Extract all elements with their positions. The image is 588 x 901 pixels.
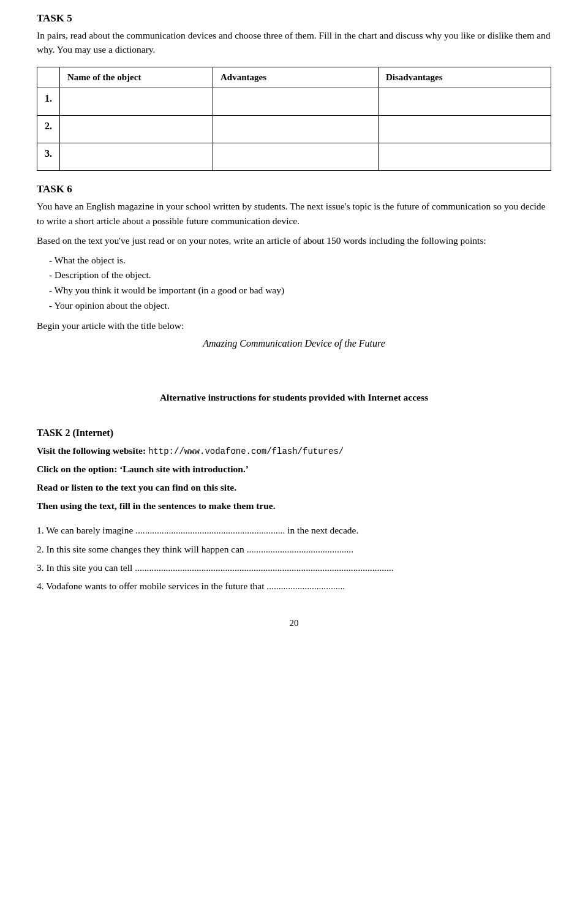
table-header-row: Name of the object Advantages Disadvanta…	[37, 67, 551, 88]
task6-para1: You have an English magazine in your sch…	[37, 199, 551, 228]
table-row: 3.	[37, 143, 551, 170]
sentence-3: 3. In this site you can tell ...........…	[37, 560, 551, 575]
list-item: Your opinion about the object.	[49, 298, 551, 314]
task2-visit-line: Visit the following website: http://www.…	[37, 443, 551, 459]
visit-label: Visit the following website:	[37, 445, 146, 456]
article-title: Amazing Communication Device of the Futu…	[37, 338, 551, 349]
list-item: Description of the object.	[49, 268, 551, 283]
read-label: Read or listen to the text you can find …	[37, 482, 236, 492]
task2-internet-section: TASK 2 (Internet) Visit the following we…	[37, 428, 551, 594]
page-number: 20	[37, 618, 551, 628]
spacer	[37, 368, 551, 380]
task2-url: http://www.vodafone.com/flash/futures/	[148, 447, 344, 456]
sentence-1: 1. We can barely imagine ...............…	[37, 523, 551, 538]
task6-bullet-list: What the object is. Description of the o…	[49, 253, 551, 314]
task6-heading: TASK 6	[37, 183, 551, 195]
task2-click-line: Click on the option: ‘Launch site with i…	[37, 462, 551, 477]
alt-instructions-heading: Alternative instructions for students pr…	[37, 392, 551, 403]
row1-name	[60, 88, 213, 115]
list-item: What the object is.	[49, 253, 551, 268]
spacer2	[37, 380, 551, 392]
table-header-name: Name of the object	[60, 67, 213, 88]
row2-name	[60, 115, 213, 143]
click-label: Click on the option: ‘Launch site with i…	[37, 464, 249, 474]
row3-advantages	[213, 143, 379, 170]
row-num-3: 3.	[37, 143, 60, 170]
article-title-label: Begin your article with the title below:	[37, 319, 551, 333]
task2-read-line: Read or listen to the text you can find …	[37, 480, 551, 495]
task5-heading: TASK 5	[37, 12, 551, 25]
table-header-disadvantages: Disadvantages	[379, 67, 551, 88]
task5-table: Name of the object Advantages Disadvanta…	[37, 67, 551, 171]
task6-para2: Based on the text you've just read or on…	[37, 233, 551, 248]
row-num-2: 2.	[37, 115, 60, 143]
row3-name	[60, 143, 213, 170]
table-header-empty	[37, 67, 60, 88]
spacer3	[37, 415, 551, 428]
task5-description: In pairs, read about the communication d…	[37, 28, 551, 57]
task6-section: TASK 6 You have an English magazine in y…	[37, 183, 551, 349]
row1-advantages	[213, 88, 379, 115]
then-label: Then using the text, fill in the sentenc…	[37, 500, 276, 511]
table-header-advantages: Advantages	[213, 67, 379, 88]
row2-advantages	[213, 115, 379, 143]
task2-internet-heading: TASK 2 (Internet)	[37, 428, 551, 439]
sentences-section: 1. We can barely imagine ...............…	[37, 523, 551, 593]
task5-section: TASK 5 In pairs, read about the communic…	[37, 12, 551, 171]
row-num-1: 1.	[37, 88, 60, 115]
list-item: Why you think it would be important (in …	[49, 283, 551, 298]
table-row: 2.	[37, 115, 551, 143]
task2-then-line: Then using the text, fill in the sentenc…	[37, 499, 551, 513]
row3-disadvantages	[379, 143, 551, 170]
table-row: 1.	[37, 88, 551, 115]
sentence-2: 2. In this site some changes they think …	[37, 542, 551, 557]
row1-disadvantages	[379, 88, 551, 115]
sentence-4: 4. Vodafone wants to offer mobile servic…	[37, 579, 551, 594]
row2-disadvantages	[379, 115, 551, 143]
alternative-instructions-section: Alternative instructions for students pr…	[37, 392, 551, 403]
